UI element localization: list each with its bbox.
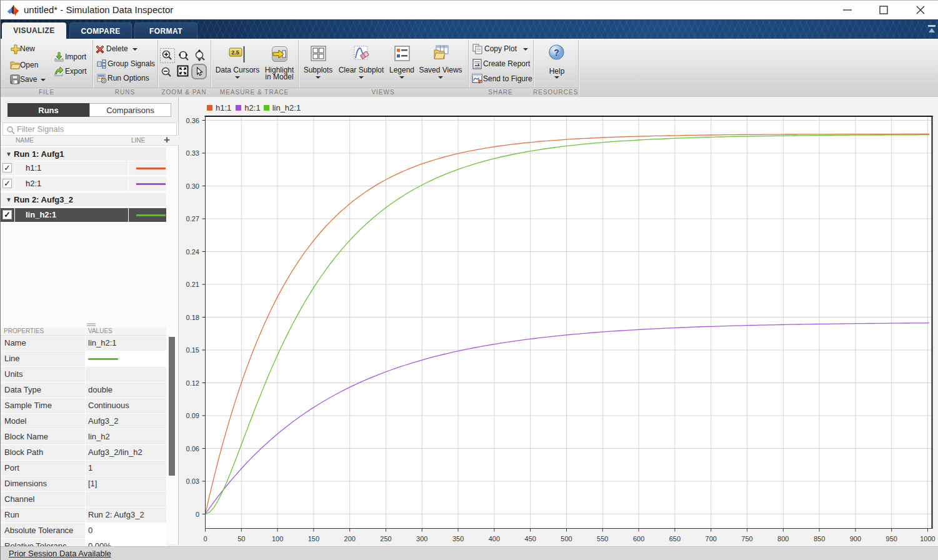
- svg-text:0.12: 0.12: [186, 379, 199, 387]
- svg-text:0.27: 0.27: [186, 215, 199, 222]
- svg-text:50: 50: [237, 535, 245, 542]
- svg-text:350: 350: [452, 535, 464, 542]
- svg-text:0: 0: [196, 511, 199, 518]
- svg-text:1000: 1000: [920, 535, 935, 542]
- svg-text:0.03: 0.03: [186, 478, 199, 485]
- svg-text:400: 400: [489, 535, 500, 542]
- svg-text:0: 0: [203, 535, 207, 542]
- svg-text:850: 850: [814, 535, 825, 542]
- svg-text:0.36: 0.36: [186, 117, 199, 124]
- svg-text:950: 950: [886, 535, 897, 542]
- svg-text:500: 500: [561, 535, 572, 542]
- svg-text:0.09: 0.09: [186, 412, 199, 419]
- svg-text:650: 650: [669, 535, 681, 542]
- svg-text:900: 900: [850, 535, 861, 542]
- svg-text:300: 300: [416, 535, 427, 542]
- svg-text:0.21: 0.21: [186, 281, 199, 288]
- svg-text:2.5: 2.5: [231, 49, 239, 56]
- svg-text:0.18: 0.18: [186, 314, 199, 321]
- svg-text:0.06: 0.06: [186, 445, 199, 452]
- svg-text:0.24: 0.24: [186, 248, 199, 256]
- svg-text:150: 150: [308, 535, 319, 542]
- svg-text:700: 700: [706, 535, 717, 542]
- svg-text:0.15: 0.15: [186, 346, 199, 354]
- svg-text:0.30: 0.30: [186, 182, 199, 190]
- svg-text:800: 800: [777, 535, 789, 542]
- svg-text:?: ?: [554, 48, 559, 58]
- svg-text:600: 600: [633, 535, 644, 542]
- svg-text:750: 750: [741, 535, 752, 542]
- svg-text:250: 250: [380, 535, 391, 542]
- svg-text:450: 450: [525, 535, 536, 542]
- svg-text:200: 200: [344, 535, 356, 542]
- svg-text:100: 100: [272, 535, 283, 542]
- svg-text:0.33: 0.33: [186, 149, 199, 157]
- svg-text:550: 550: [597, 535, 608, 542]
